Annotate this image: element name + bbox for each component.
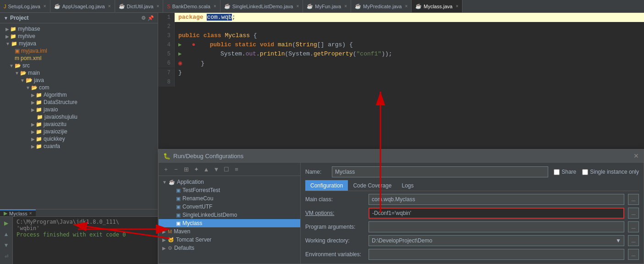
- debug-icon: 🐛: [163, 153, 171, 160]
- copy-config-button[interactable]: ⊞: [182, 165, 191, 174]
- java-folder-icon: 📂: [26, 77, 33, 83]
- folder-icon: 📁: [36, 129, 42, 135]
- tree-item-src[interactable]: ▼ 📂 src: [0, 62, 158, 69]
- move-down-button[interactable]: ▼: [212, 165, 221, 174]
- tab-myfun[interactable]: ☕ MyFun.java ×: [303, 0, 351, 12]
- dialog-config-form: Name: Share Single instance only: [301, 163, 644, 264]
- run-panel: ▶ Myclass × ▶ ▲ ▼ ⏎ ☰ ■ 🗑: [0, 209, 158, 264]
- config-item-singlelinked[interactable]: ▣ SingleLinkedListDemo: [159, 211, 300, 219]
- folder-icon: 📁: [37, 114, 43, 120]
- sort-button[interactable]: ≡: [232, 165, 241, 174]
- tree-item-java[interactable]: ▼ 📂 java: [0, 77, 158, 84]
- working-dir-dropdown[interactable]: D:\DevelopProject\Demo ▼: [369, 235, 624, 246]
- tree-item-javaiozitu[interactable]: ▶ 📁 javaiozitu: [0, 121, 158, 128]
- config-group-application[interactable]: ▼ ☕ Application: [159, 178, 300, 186]
- working-dir-row: Working directory: D:\DevelopProject\Dem…: [305, 235, 639, 246]
- tree-item-cuanfa[interactable]: ▶ 📁 cuanfa: [0, 143, 158, 150]
- up-button[interactable]: ▲: [2, 230, 11, 239]
- tree-item-quickkey[interactable]: ▶ 📁 quickkey: [0, 135, 158, 143]
- name-input[interactable]: [332, 166, 548, 177]
- share-config-button[interactable]: ✦: [192, 165, 201, 174]
- dialog-close-button[interactable]: ✕: [633, 152, 639, 160]
- folder-icon: 📁: [36, 92, 42, 98]
- config-icon: ▣: [176, 204, 181, 210]
- tree-item-myjava[interactable]: ▼ 📁 myjava: [0, 40, 158, 47]
- code-line-5: 5 ▶ System.out.println(System.getPropert…: [158, 50, 644, 59]
- wrap-button[interactable]: ⏎: [2, 252, 11, 261]
- tab-appusage[interactable]: ☕ AppUsageLog.java ×: [50, 0, 115, 12]
- tab-dictutil[interactable]: ☕ DictUtil.java ×: [115, 0, 164, 12]
- main-class-input[interactable]: [369, 194, 624, 205]
- tree-item-javaiozijie[interactable]: ▶ 📁 javaiozijie: [0, 128, 158, 135]
- run-tab-close[interactable]: ×: [29, 211, 32, 216]
- folder-icon: 📂: [15, 63, 21, 69]
- program-args-input[interactable]: [369, 221, 624, 232]
- single-instance-checkbox[interactable]: Single instance only: [582, 169, 639, 175]
- tab-close-icon[interactable]: ×: [405, 4, 407, 9]
- config-item-renamecou[interactable]: ▣ RenameCou: [159, 194, 300, 203]
- config-group-defaults[interactable]: ▶ ⚙ Defaults: [159, 244, 300, 252]
- config-tabs: Configuration Code Coverage Logs: [305, 180, 639, 191]
- remove-config-button[interactable]: −: [171, 165, 181, 174]
- folder-icon: 📁: [36, 143, 42, 149]
- tab-logs[interactable]: Logs: [396, 180, 418, 191]
- config-item-testforest[interactable]: ▣ TestForrestTest: [159, 186, 300, 194]
- config-item-myclass[interactable]: ▣ Myclass: [159, 219, 300, 227]
- tab-bankdemo[interactable]: S BankDemo.scala ×: [163, 0, 220, 12]
- tab-code-coverage[interactable]: Code Coverage: [348, 180, 396, 191]
- tab-close-icon[interactable]: ×: [157, 4, 160, 9]
- project-tree: ▶ 📁 myhbase ▶ 📁 myhive: [0, 23, 158, 152]
- run-tab-myclass[interactable]: ▶ Myclass ×: [0, 209, 36, 216]
- tree-item-main[interactable]: ▼ 📂 main: [0, 69, 158, 77]
- share-checkbox-input[interactable]: [554, 169, 560, 175]
- run-icon: ▶: [4, 210, 7, 216]
- tab-myclass[interactable]: ☕ Myclass.java ×: [412, 0, 462, 12]
- tab-configuration[interactable]: Configuration: [305, 180, 348, 191]
- down-button[interactable]: ▼: [2, 241, 11, 250]
- tab-close-icon[interactable]: ×: [44, 4, 46, 9]
- group-button[interactable]: ☐: [222, 165, 231, 174]
- tree-item-com[interactable]: ▼ 📂 com: [0, 84, 158, 91]
- folder-icon: 📂: [20, 70, 27, 76]
- single-instance-input[interactable]: [582, 169, 588, 175]
- tree-item-javaioshujuliu[interactable]: 📁 javaioshujuliu: [0, 113, 158, 121]
- working-dir-browse-button[interactable]: ...: [628, 235, 639, 246]
- tab-close-icon[interactable]: ×: [344, 4, 347, 9]
- pin-icon[interactable]: 📌: [148, 15, 154, 21]
- tab-close-icon[interactable]: ×: [108, 4, 111, 9]
- tree-item-javaio[interactable]: ▶ 📁 javaio: [0, 106, 158, 113]
- tab-close-icon[interactable]: ×: [214, 4, 216, 9]
- run-debug-dialog: 🐛 Run/Debug Configurations ✕ + − ⊞ ✦ ▲ ▼…: [158, 149, 644, 264]
- tab-singlelinked[interactable]: ☕ SingleLinkedListDemo.java ×: [220, 0, 303, 12]
- tree-item-datastructure[interactable]: ▶ 📁 DataStructure: [0, 99, 158, 106]
- tab-setup-log[interactable]: J SetupLog.java ×: [0, 0, 50, 12]
- java-icon: ☕: [355, 3, 361, 9]
- vm-options-input[interactable]: [369, 208, 624, 219]
- run-button[interactable]: ▶: [2, 219, 11, 228]
- dialog-title-bar: 🐛 Run/Debug Configurations ✕: [159, 149, 644, 163]
- tree-item-pom[interactable]: m pom.xml: [0, 55, 158, 62]
- vm-options-browse-button[interactable]: ...: [628, 208, 639, 219]
- arrow-icon: ▶: [6, 27, 9, 32]
- share-checkbox[interactable]: Share: [554, 169, 577, 175]
- maven-icon: M: [168, 229, 172, 234]
- config-item-convertutf[interactable]: ▣ ConvertUTF: [159, 203, 300, 211]
- arrow-icon: ▶: [31, 144, 35, 149]
- config-group-tomcat[interactable]: ▶ 🐱 Tomcat Server: [159, 236, 300, 244]
- tree-item-myhive[interactable]: ▶ 📁 myhive: [0, 33, 158, 40]
- env-vars-browse-button[interactable]: ...: [628, 249, 639, 260]
- add-config-button[interactable]: +: [161, 165, 171, 174]
- tree-item-myhbase[interactable]: ▶ 📁 myhbase: [0, 25, 158, 33]
- arrow-icon: ▼: [20, 78, 25, 83]
- settings-icon[interactable]: ⚙: [141, 15, 146, 21]
- program-args-browse-button[interactable]: ...: [628, 221, 639, 232]
- tab-close-icon[interactable]: ×: [296, 4, 299, 9]
- config-group-maven[interactable]: ▶ M Maven: [159, 227, 300, 236]
- tree-item-iml[interactable]: ▣ myjava.iml: [0, 47, 158, 55]
- tree-item-algorithm[interactable]: ▶ 📁 Algorithm: [0, 91, 158, 99]
- move-up-button[interactable]: ▲: [202, 165, 211, 174]
- tab-close-icon[interactable]: ×: [456, 4, 458, 9]
- env-vars-input[interactable]: [369, 249, 624, 260]
- main-class-browse-button[interactable]: ...: [628, 194, 639, 205]
- tab-mypredicate[interactable]: ☕ MyPredicate.java ×: [351, 0, 412, 12]
